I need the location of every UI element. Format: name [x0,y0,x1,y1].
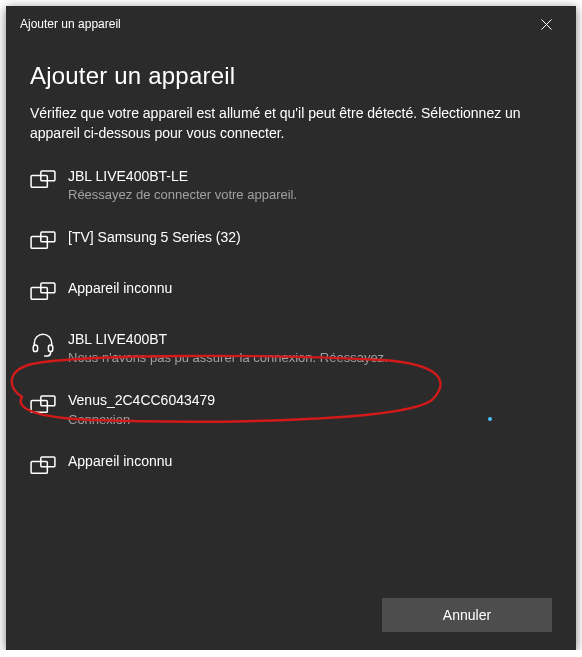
cancel-button[interactable]: Annuler [382,598,552,632]
device-name: JBL LIVE400BT-LE [68,167,297,185]
device-list: JBL LIVE400BT-LE Réessayez de connecter … [30,155,552,491]
close-icon [541,19,552,30]
add-device-dialog: Ajouter un appareil Ajouter un appareil … [6,6,576,650]
screens-icon [30,280,56,306]
device-status: Nous n'avons pas pu assurer la connexion… [68,350,388,367]
dialog-content: Ajouter un appareil Vérifiez que votre a… [6,42,576,584]
device-text: JBL LIVE400BT-LE Réessayez de connecter … [68,167,297,204]
device-name: Appareil inconnu [68,279,172,297]
titlebar-title: Ajouter un appareil [20,17,524,31]
device-name: [TV] Samsung 5 Series (32) [68,228,241,246]
device-status: Réessayez de connecter votre appareil. [68,187,297,204]
device-item-unknown-2[interactable]: Appareil inconnu [30,440,552,491]
screens-icon [30,392,56,418]
screens-icon [30,168,56,194]
device-item-jbl-live400bt[interactable]: JBL LIVE400BT Nous n'avons pas pu assure… [30,318,552,379]
device-name: Venus_2C4CC6043479 [68,391,215,409]
dialog-heading: Ajouter un appareil [30,62,552,90]
headset-icon [30,331,56,357]
device-name: Appareil inconnu [68,452,172,470]
close-button[interactable] [524,9,568,39]
dialog-footer: Annuler [6,584,576,650]
screens-icon [30,453,56,479]
device-item-tv-samsung[interactable]: [TV] Samsung 5 Series (32) [30,216,552,267]
device-text: Venus_2C4CC6043479 Connexion [68,391,215,428]
titlebar: Ajouter un appareil [6,6,576,42]
device-item-unknown-1[interactable]: Appareil inconnu [30,267,552,318]
svg-rect-6 [33,345,37,352]
device-text: [TV] Samsung 5 Series (32) [68,228,241,246]
device-text: JBL LIVE400BT Nous n'avons pas pu assure… [68,330,388,367]
device-text: Appareil inconnu [68,452,172,470]
dialog-subtext: Vérifiez que votre appareil est allumé e… [30,104,552,143]
device-item-jbl-live400bt-le[interactable]: JBL LIVE400BT-LE Réessayez de connecter … [30,155,552,216]
device-status: Connexion [68,412,215,429]
svg-rect-7 [48,345,52,352]
loading-spinner-icon [488,417,492,421]
device-name: JBL LIVE400BT [68,330,388,348]
screens-icon [30,229,56,255]
device-item-venus[interactable]: Venus_2C4CC6043479 Connexion [30,379,552,440]
device-text: Appareil inconnu [68,279,172,297]
